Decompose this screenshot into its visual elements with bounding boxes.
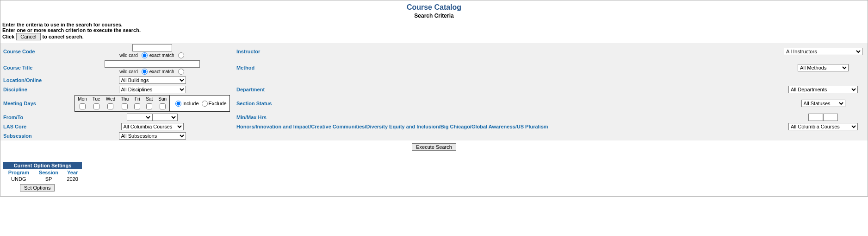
course-title-input[interactable]: [105, 60, 200, 68]
label-location-online: Location/Online: [0, 76, 71, 85]
page-title: Course Catalog: [0, 3, 868, 12]
day-mon-label: Mon: [75, 96, 90, 103]
intro-line-2: Enter one or more search criterion to ex…: [2, 27, 866, 33]
label-section-status: Section Status: [234, 94, 713, 113]
days-exclude-radio[interactable]: [202, 101, 208, 107]
label-department: Department: [234, 85, 713, 94]
set-options-button[interactable]: Set Options: [20, 184, 55, 191]
label-include: Include: [182, 101, 198, 106]
label-exclude: Exclude: [209, 101, 227, 106]
discipline-select[interactable]: All Disciplines: [119, 86, 186, 93]
option-caption: Current Option Settings: [3, 162, 82, 169]
location-select[interactable]: All Buildings: [119, 77, 186, 84]
day-sun-label: Sun: [155, 96, 169, 103]
day-wed-label: Wed: [103, 96, 118, 103]
label-subsession: Subsession: [0, 131, 71, 140]
option-session-value: SP: [34, 176, 63, 182]
label-las-core: LAS Core: [0, 122, 71, 131]
label-instructor: Instructor: [234, 43, 713, 59]
las-core-select[interactable]: All Columbia Courses: [121, 123, 184, 130]
option-program-value: UNDG: [3, 176, 34, 182]
label-wild-card: wild card: [119, 53, 137, 58]
intro-after-cancel: to cancel search.: [43, 34, 84, 39]
cancel-button[interactable]: Cancel: [16, 33, 40, 40]
subsession-select[interactable]: All Subsessions: [119, 132, 186, 140]
day-mon-checkbox[interactable]: [80, 103, 86, 109]
day-sat-label: Sat: [143, 96, 155, 103]
course-title-wildcard-radio[interactable]: [142, 69, 148, 75]
label-exact-match-2: exact match: [149, 69, 174, 74]
intro-line-1: Enter the criteria to use in the search …: [2, 22, 866, 27]
label-from-to: From/To: [0, 113, 71, 122]
day-fri-label: Fri: [131, 96, 143, 103]
option-session-header: Session: [34, 169, 63, 176]
label-discipline: Discipline: [0, 85, 71, 94]
label-min-max-hrs: Min/Max Hrs: [234, 113, 713, 122]
course-code-exact-radio[interactable]: [178, 52, 184, 58]
execute-search-button[interactable]: Execute Search: [412, 143, 456, 151]
option-year-value: 2020: [63, 176, 82, 182]
course-code-input[interactable]: [132, 44, 172, 51]
day-sat-checkbox[interactable]: [146, 103, 152, 109]
option-program-header: Program: [3, 169, 34, 176]
day-thu-label: Thu: [118, 96, 131, 103]
label-meeting-days: Meeting Days: [0, 94, 71, 113]
day-fri-checkbox[interactable]: [134, 103, 140, 109]
course-title-exact-radio[interactable]: [178, 69, 184, 75]
label-honors: Honors/Innovation and Impact/Creative Co…: [234, 122, 779, 131]
day-wed-checkbox[interactable]: [107, 103, 113, 109]
label-exact-match: exact match: [149, 53, 174, 58]
page-subtitle: Search Criteria: [0, 13, 868, 19]
day-tue-checkbox[interactable]: [93, 103, 99, 109]
day-tue-label: Tue: [90, 96, 103, 103]
instructor-select[interactable]: All Instructors: [784, 48, 862, 55]
day-thu-checkbox[interactable]: [122, 103, 128, 109]
course-code-wildcard-radio[interactable]: [142, 52, 148, 58]
honors-select[interactable]: All Columbia Courses: [788, 123, 858, 130]
method-select[interactable]: All Methods: [798, 64, 849, 71]
label-course-title: Course Title: [0, 59, 71, 76]
current-option-settings: Current Option Settings Program Session …: [3, 162, 82, 182]
option-year-header: Year: [63, 169, 82, 176]
day-sun-checkbox[interactable]: [160, 103, 166, 109]
label-course-code: Course Code: [0, 43, 71, 59]
label-method: Method: [234, 59, 713, 76]
from-time-select[interactable]: [127, 114, 152, 121]
section-status-select[interactable]: All Statuses: [801, 100, 845, 107]
min-hrs-input[interactable]: [808, 114, 823, 121]
days-table: Mon Tue Wed Thu Fri Sat Sun: [74, 95, 170, 112]
max-hrs-input[interactable]: [823, 114, 838, 121]
label-wild-card-2: wild card: [119, 69, 137, 74]
days-include-radio[interactable]: [175, 101, 181, 107]
to-time-select[interactable]: [152, 114, 178, 121]
intro-click-word: Click: [2, 34, 14, 39]
department-select[interactable]: All Departments: [788, 86, 858, 93]
